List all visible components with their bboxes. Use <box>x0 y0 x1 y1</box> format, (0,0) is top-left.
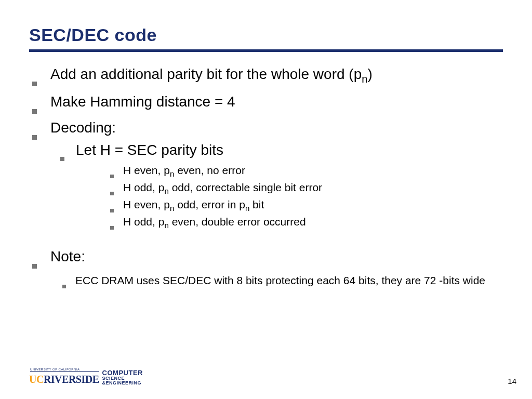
bullet-3-text: Decoding: <box>50 117 116 139</box>
square-bullet-icon <box>32 109 37 114</box>
logo-uc: UC <box>29 374 44 385</box>
footer: UNIVERSITY OF CALIFORNIA UCRIVERSIDE COM… <box>29 368 516 385</box>
bullet-3: Decoding: <box>32 117 503 139</box>
note-item: ECC DRAM uses SEC/DEC with 8 bits protec… <box>62 273 503 288</box>
bullet-1-text: Add an additional parity bit for the who… <box>50 63 373 87</box>
square-bullet-icon <box>110 192 114 195</box>
logo-riverside: RIVERSIDE <box>44 374 99 385</box>
case-4-text: H odd, pn even, double error occurred <box>123 214 306 231</box>
department-label: COMPUTER SCIENCE &ENGINEERING <box>102 369 143 385</box>
bullet-3a-text: Let H = SEC parity bits <box>76 142 223 158</box>
university-label: UNIVERSITY OF CALIFORNIA <box>30 368 99 372</box>
note-text: ECC DRAM uses SEC/DEC with 8 bits protec… <box>75 273 485 288</box>
title-rule <box>29 49 503 52</box>
case-2-text: H odd, pn odd, correctable single bit er… <box>123 180 322 197</box>
case-4: H odd, pn even, double error occurred <box>110 214 503 231</box>
case-1: H even, pn even, no error <box>110 163 503 180</box>
bullet-note-label: Note: <box>50 246 85 268</box>
square-bullet-icon <box>110 175 114 178</box>
logo-block: UNIVERSITY OF CALIFORNIA UCRIVERSIDE COM… <box>29 368 143 385</box>
bullet-3a: Let H = SEC parity bits <box>60 142 503 158</box>
square-bullet-icon <box>32 135 37 140</box>
square-bullet-icon <box>110 226 114 230</box>
square-bullet-icon <box>60 157 64 161</box>
case-3-text: H even, pn odd, error in pn bit <box>123 197 264 214</box>
square-bullet-icon <box>62 285 66 288</box>
bullet-2: Make Hamming distance = 4 <box>32 91 503 113</box>
bullet-note: Note: <box>32 246 503 268</box>
bullet-2-text: Make Hamming distance = 4 <box>50 91 235 113</box>
slide-title: SEC/DEC code <box>29 25 503 45</box>
square-bullet-icon <box>110 209 114 212</box>
square-bullet-icon <box>32 82 37 86</box>
case-2: H odd, pn odd, correctable single bit er… <box>110 180 503 197</box>
square-bullet-icon <box>32 264 37 269</box>
ucr-logo: UNIVERSITY OF CALIFORNIA UCRIVERSIDE <box>29 368 99 385</box>
page-number: 14 <box>508 377 516 385</box>
bullet-list: Add an additional parity bit for the who… <box>29 63 503 289</box>
case-1-text: H even, pn even, no error <box>123 163 245 180</box>
slide: SEC/DEC code Add an additional parity bi… <box>0 0 532 399</box>
case-3: H even, pn odd, error in pn bit <box>110 197 503 214</box>
bullet-1: Add an additional parity bit for the who… <box>32 63 503 87</box>
